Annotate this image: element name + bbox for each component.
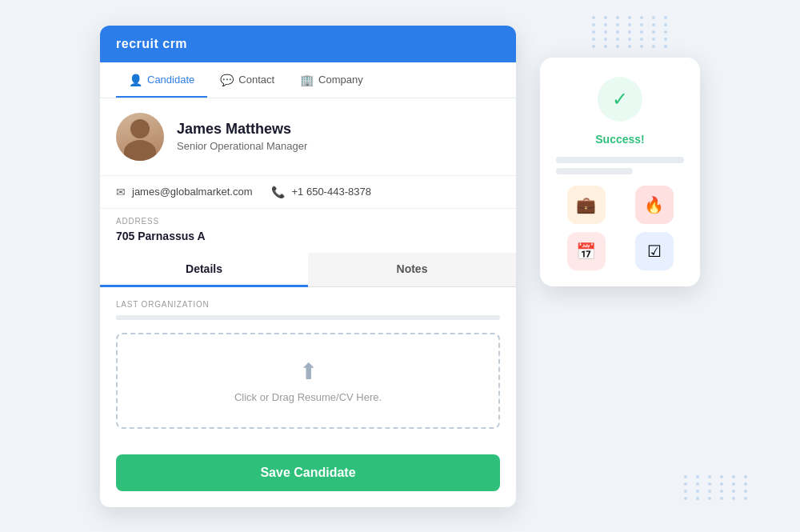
phone-item: 📞 +1 650-443-8378 [271, 186, 370, 198]
company-icon: 🏢 [300, 74, 314, 86]
fire-bubble[interactable]: 🔥 [635, 186, 674, 224]
candidate-role: Senior Operational Manager [177, 140, 307, 152]
tab-contact[interactable]: 💬 Contact [207, 62, 287, 98]
task-bubble[interactable]: ☑ [635, 232, 674, 270]
contact-row: ✉ james@globalmarket.com 📞 +1 650-443-83… [100, 176, 516, 209]
success-lines [556, 157, 684, 174]
page-wrapper: for(let i=0;i<35;i++) document.currentSc… [0, 0, 800, 532]
tab-company[interactable]: 🏢 Company [287, 62, 376, 98]
phone-icon: 📞 [271, 186, 285, 198]
upload-text: Click or Drag Resume/CV Here. [234, 391, 382, 403]
upload-area[interactable]: ⬆ Click or Drag Resume/CV Here. [116, 333, 500, 429]
calendar-bubble[interactable]: 📅 [567, 232, 606, 270]
tab-candidate-label: Candidate [147, 74, 194, 86]
avatar [116, 113, 164, 161]
address-value: 705 Parnassus A [116, 230, 206, 242]
upload-icon: ⬆ [134, 358, 482, 385]
address-block: ADDRESS 705 Parnassus A [116, 217, 206, 243]
success-card: ✓ Success! 💼 🔥 📅 ☑ [540, 58, 700, 286]
contact-icon: 💬 [220, 74, 234, 86]
sub-tab-details[interactable]: Details [100, 253, 308, 287]
progress-bar [116, 315, 500, 320]
top-tabs: 👤 Candidate 💬 Contact 🏢 Company [100, 62, 516, 98]
check-icon: ✓ [612, 88, 628, 110]
content-area: LAST ORGANIZATION ⬆ Click or Drag Resume… [100, 287, 516, 454]
app-title: recruit crm [116, 37, 187, 50]
success-circle: ✓ [598, 77, 642, 122]
calendar-icon: 📅 [576, 242, 596, 261]
fire-icon: 🔥 [644, 195, 664, 214]
candidate-name: James Matthews [177, 121, 307, 138]
tab-company-label: Company [318, 74, 363, 86]
success-text: Success! [595, 133, 644, 146]
phone-value: +1 650-443-8378 [291, 186, 370, 198]
candidate-info: James Matthews Senior Operational Manage… [100, 98, 516, 176]
line-2 [556, 168, 633, 174]
tab-contact-label: Contact [238, 74, 274, 86]
save-candidate-button[interactable]: Save Candidate [116, 454, 500, 491]
icon-grid: 💼 🔥 📅 ☑ [556, 186, 684, 270]
address-label: ADDRESS [116, 217, 206, 226]
crm-header: recruit crm [100, 26, 516, 62]
sub-tab-notes-label: Notes [397, 262, 428, 275]
candidate-icon: 👤 [129, 74, 142, 86]
briefcase-bubble[interactable]: 💼 [567, 186, 606, 224]
last-org-label: LAST ORGANIZATION [116, 300, 500, 309]
email-value: james@globalmarket.com [132, 186, 252, 198]
progress-bar-fill [116, 315, 270, 320]
line-1 [556, 157, 684, 163]
candidate-details: James Matthews Senior Operational Manage… [177, 121, 307, 152]
sub-tab-notes[interactable]: Notes [308, 253, 516, 287]
crm-card: recruit crm 👤 Candidate 💬 Contact 🏢 Comp… [100, 26, 516, 507]
task-icon: ☑ [647, 242, 662, 261]
briefcase-icon: 💼 [576, 195, 596, 214]
email-item: ✉ james@globalmarket.com [116, 186, 252, 198]
main-container: recruit crm 👤 Candidate 💬 Contact 🏢 Comp… [100, 26, 700, 507]
tab-candidate[interactable]: 👤 Candidate [116, 62, 207, 98]
sub-tabs: Details Notes [100, 253, 516, 287]
sub-tab-details-label: Details [186, 262, 222, 275]
email-icon: ✉ [116, 186, 126, 198]
address-section: ADDRESS 705 Parnassus A [100, 209, 516, 243]
